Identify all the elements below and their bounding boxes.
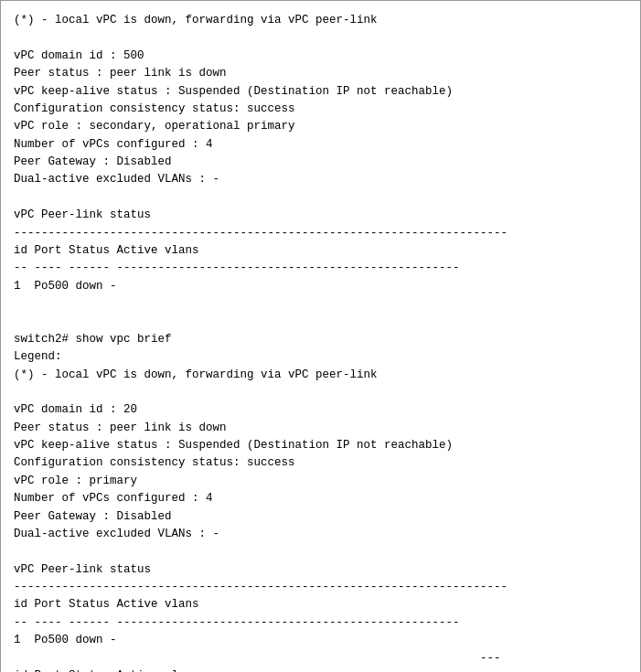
terminal-window: (*) - local vPC is down, forwarding via … [0, 0, 641, 672]
terminal-output: (*) - local vPC is down, forwarding via … [14, 12, 627, 672]
